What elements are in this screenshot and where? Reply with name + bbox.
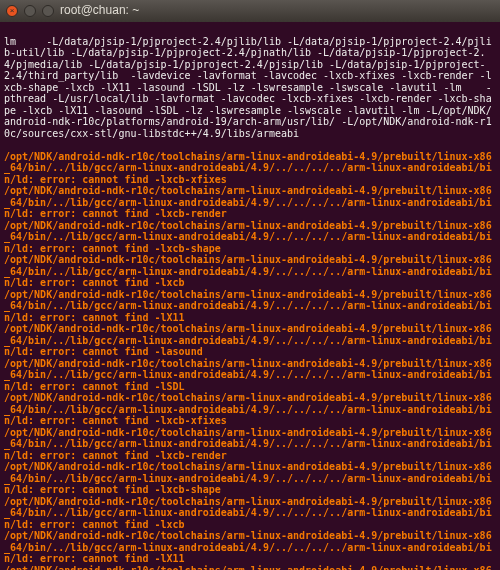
ld-error-line: /opt/NDK/android-ndk-r10c/toolchains/arm…	[4, 254, 496, 289]
titlebar: × root@chuan: ~	[0, 0, 500, 22]
ld-error-line: /opt/NDK/android-ndk-r10c/toolchains/arm…	[4, 530, 496, 565]
ld-error-line: /opt/NDK/android-ndk-r10c/toolchains/arm…	[4, 565, 496, 571]
ld-error-line: /opt/NDK/android-ndk-r10c/toolchains/arm…	[4, 496, 496, 531]
compile-flags-line: lm -L/data/pjsip-1/pjproject-2.4/pjlib/l…	[4, 36, 496, 140]
ld-error-line: /opt/NDK/android-ndk-r10c/toolchains/arm…	[4, 220, 496, 255]
ld-error-line: /opt/NDK/android-ndk-r10c/toolchains/arm…	[4, 289, 496, 324]
ld-error-line: /opt/NDK/android-ndk-r10c/toolchains/arm…	[4, 358, 496, 393]
window-title: root@chuan: ~	[60, 4, 139, 18]
maximize-icon[interactable]	[42, 5, 54, 17]
ld-error-line: /opt/NDK/android-ndk-r10c/toolchains/arm…	[4, 427, 496, 462]
minimize-icon[interactable]	[24, 5, 36, 17]
ld-error-line: /opt/NDK/android-ndk-r10c/toolchains/arm…	[4, 185, 496, 220]
ld-error-line: /opt/NDK/android-ndk-r10c/toolchains/arm…	[4, 151, 496, 186]
ld-error-line: /opt/NDK/android-ndk-r10c/toolchains/arm…	[4, 392, 496, 427]
ld-error-line: /opt/NDK/android-ndk-r10c/toolchains/arm…	[4, 323, 496, 358]
ld-error-line: /opt/NDK/android-ndk-r10c/toolchains/arm…	[4, 461, 496, 496]
terminal-output[interactable]: lm -L/data/pjsip-1/pjproject-2.4/pjlib/l…	[0, 22, 500, 570]
close-icon[interactable]: ×	[6, 5, 18, 17]
